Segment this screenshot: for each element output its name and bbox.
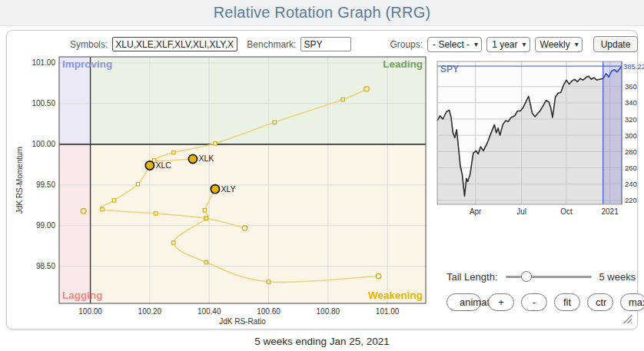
zoom-in-button[interactable]: +	[488, 293, 514, 311]
svg-text:Leading: Leading	[383, 58, 423, 70]
period-select[interactable]: 1 year ▾	[486, 37, 529, 52]
svg-text:100.80: 100.80	[317, 307, 340, 316]
frequency-select-value: Weekly	[540, 39, 570, 50]
date-range-caption: 5 weeks ending Jan 25, 2021	[0, 336, 644, 347]
chart-buttons-row: animate + - fit ctr max	[446, 293, 644, 311]
update-button[interactable]: Update	[593, 36, 639, 52]
chevron-down-icon: ▾	[522, 40, 526, 48]
svg-text:100.50: 100.50	[32, 99, 55, 108]
svg-text:JdK RS-Ratio: JdK RS-Ratio	[219, 317, 266, 326]
fit-button[interactable]: fit	[554, 293, 580, 311]
svg-text:101.00: 101.00	[376, 307, 400, 316]
center-button[interactable]: ctr	[587, 293, 613, 311]
svg-text:280: 280	[625, 147, 637, 156]
symbols-label: Symbols:	[70, 39, 108, 50]
slider-thumb[interactable]	[521, 271, 532, 282]
svg-text:Lagging: Lagging	[62, 290, 103, 301]
chevron-down-icon: ▾	[575, 40, 579, 48]
svg-text:360: 360	[625, 82, 637, 91]
maximize-button[interactable]: max	[620, 293, 644, 311]
svg-text:Oct: Oct	[560, 207, 573, 216]
groups-select-value: - Select -	[433, 39, 470, 50]
svg-text:100.20: 100.20	[138, 307, 162, 316]
groups-label: Groups:	[390, 39, 423, 50]
svg-text:99.50: 99.50	[36, 180, 55, 189]
svg-text:XLK: XLK	[198, 154, 214, 163]
groups-select[interactable]: - Select - ▾	[427, 37, 482, 52]
side-column: SPY385.22220240260280300320340360AprJulO…	[433, 54, 644, 335]
svg-text:100.40: 100.40	[198, 307, 221, 316]
svg-text:385.22: 385.22	[623, 62, 644, 71]
svg-text:100.60: 100.60	[257, 307, 281, 316]
rrg-panel: Symbols: Benchmark: Groups: - Select - ▾…	[6, 30, 638, 329]
svg-text:220: 220	[625, 196, 637, 204]
svg-text:SPY: SPY	[440, 64, 459, 75]
slider-track[interactable]	[506, 276, 592, 278]
zoom-out-button[interactable]: -	[521, 293, 547, 311]
svg-text:Jul: Jul	[516, 207, 526, 216]
svg-text:100.00: 100.00	[78, 307, 102, 316]
benchmark-price-chart[interactable]: SPY385.22220240260280300320340360AprJulO…	[433, 55, 644, 221]
title-bar: Relative Rotation Graph (RRG)	[0, 0, 644, 26]
panel-content: XLKXLCXLYImprovingLeadingLaggingWeakenin…	[7, 54, 637, 335]
svg-text:340: 340	[625, 98, 637, 107]
svg-text:JdK RS-Momentum: JdK RS-Momentum	[15, 147, 24, 214]
benchmark-label: Benchmark:	[247, 39, 296, 50]
tail-length-row: Tail Length: 5 weeks	[446, 270, 644, 283]
svg-text:2021: 2021	[602, 207, 619, 216]
svg-text:240: 240	[625, 180, 637, 188]
svg-text:100.00: 100.00	[32, 140, 55, 148]
svg-text:98.50: 98.50	[36, 262, 55, 270]
svg-text:Improving: Improving	[62, 58, 112, 70]
frequency-select[interactable]: Weekly ▾	[535, 37, 583, 52]
svg-text:300: 300	[625, 131, 637, 140]
rrg-chart[interactable]: XLKXLCXLYImprovingLeadingLaggingWeakenin…	[12, 54, 431, 335]
svg-text:Weakening: Weakening	[368, 290, 423, 301]
controls-bar: Symbols: Benchmark: Groups: - Select - ▾…	[7, 31, 637, 54]
svg-text:101.00: 101.00	[32, 58, 55, 67]
svg-text:XLY: XLY	[221, 184, 235, 194]
tail-length-label: Tail Length:	[446, 271, 498, 283]
animate-button[interactable]: animate	[446, 293, 481, 311]
period-select-value: 1 year	[492, 39, 517, 50]
benchmark-input[interactable]	[300, 37, 351, 51]
chevron-down-icon: ▾	[474, 40, 478, 48]
tail-length-value: 5 weeks	[599, 271, 636, 283]
svg-text:99.00: 99.00	[36, 221, 55, 230]
svg-text:XLC: XLC	[155, 161, 171, 170]
tail-length-slider[interactable]	[506, 270, 592, 283]
svg-text:320: 320	[625, 115, 637, 124]
symbols-input[interactable]	[112, 37, 237, 51]
page-title: Relative Rotation Graph (RRG)	[214, 4, 431, 22]
svg-text:260: 260	[625, 164, 637, 172]
svg-text:Apr: Apr	[470, 207, 482, 216]
